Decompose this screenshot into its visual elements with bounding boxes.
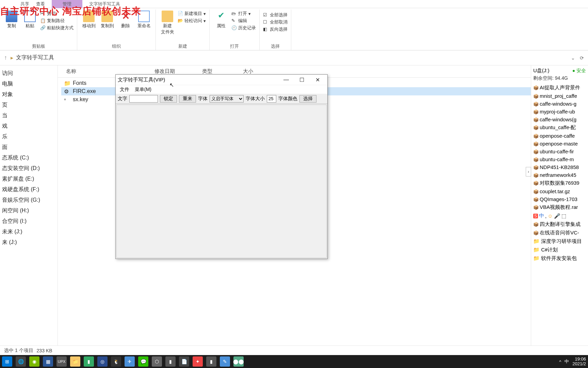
dialog-titlebar[interactable]: 文字转手写工具(VIP) — ☐ ✕ — [116, 75, 327, 85]
wechat-icon[interactable]: 💬 — [138, 356, 148, 367]
app13-icon[interactable]: ⬤⬤ — [233, 356, 244, 367]
status-bar: 选中 1 个项目 233 KB — [0, 346, 588, 355]
start-button[interactable]: ⊞ — [2, 356, 12, 367]
col-name[interactable]: 名称 — [66, 68, 154, 75]
app7-icon[interactable]: ⬡ — [152, 356, 162, 367]
right-item[interactable]: 📁 C#计划 — [533, 246, 586, 254]
nav-item[interactable]: 面 — [1, 142, 58, 153]
up-button[interactable]: ↑ — [4, 54, 7, 61]
lock-button[interactable]: 锁定 — [160, 95, 177, 103]
nav-item[interactable]: 素扩展盘 (E:) — [1, 174, 58, 184]
archive-item[interactable]: VBA视频教程.rar — [533, 203, 586, 212]
watermark-text: 自主研究中心 淘宝店铺软创未来 — [0, 5, 141, 18]
nav-item[interactable]: 音娱乐空间 (G:) — [1, 195, 58, 205]
nav-item[interactable]: 当 — [1, 110, 58, 121]
nav-item[interactable]: 戏 — [1, 121, 58, 132]
refresh-button[interactable]: ⟳ — [580, 55, 584, 61]
redo-button[interactable]: 重来 — [179, 95, 196, 103]
col-type[interactable]: 类型 — [202, 68, 243, 75]
app5-icon[interactable]: ✈ — [125, 356, 135, 367]
archive-item[interactable]: ubuntu-caffe-fir — [533, 148, 586, 155]
newfolder-button[interactable]: 新建 文件夹 — [159, 11, 176, 35]
dialog-toolbar: 文字 锁定 重来 字体 义启手写体 字体大小 字体颜色 选择 — [116, 94, 327, 104]
copypath-button[interactable]: 📋复制路径 — [40, 18, 74, 24]
menu-file[interactable]: 文件 — [120, 87, 129, 93]
paste-shortcut-button[interactable]: 🔗粘贴快捷方式 — [40, 25, 74, 31]
nav-item[interactable]: 电脑 — [1, 79, 58, 89]
maximize-button[interactable]: ☐ — [294, 77, 310, 83]
nav-item[interactable]: 页 — [1, 100, 58, 110]
app9-icon[interactable]: 📄 — [179, 356, 189, 367]
edit-button[interactable]: ✎编辑 — [231, 18, 256, 24]
taskview-icon[interactable]: ▦ — [43, 356, 53, 367]
archive-item[interactable]: netframework45 — [533, 171, 586, 179]
ime-toolbar[interactable]: S中,☺🎤⬚ — [533, 212, 586, 220]
archive-item[interactable]: NDP451-KB2858 — [533, 163, 586, 171]
archive-item[interactable]: ubuntu_caffe-配 — [533, 123, 586, 132]
menu-m[interactable]: 菜单(M) — [135, 87, 151, 93]
text-input[interactable] — [129, 95, 158, 103]
properties-button[interactable]: ✔属性 — [213, 11, 229, 29]
upx-icon[interactable]: UPX — [56, 356, 67, 367]
close-button[interactable]: ✕ — [310, 77, 325, 83]
nav-item[interactable]: 未来 (J:) — [1, 227, 58, 237]
col-size[interactable]: 大小 — [243, 68, 270, 75]
nav-item[interactable]: 闲空间 (H:) — [1, 205, 58, 216]
history-button[interactable]: 🕘历史记录 — [231, 25, 256, 31]
nav-item[interactable]: 合空间 (I:) — [1, 216, 58, 227]
archive-item[interactable]: caffe-windows-g — [533, 100, 586, 108]
nav-item[interactable]: 乐 — [1, 132, 58, 142]
archive-item[interactable]: caffe-windows(g — [533, 116, 586, 123]
archive-item[interactable]: openpose-caffe — [533, 132, 586, 140]
app12-icon[interactable]: ✎ — [220, 356, 230, 367]
address-path[interactable]: ▸ 文字转手写工具 — [11, 54, 568, 61]
archive-item[interactable]: myproj-caffe-ub — [533, 108, 586, 116]
archive-item[interactable]: couplet.tar.gz — [533, 187, 586, 195]
right-item[interactable]: 📁 软件开发安装包 — [533, 254, 586, 263]
archive-item[interactable]: mnist_proj_caffe — [533, 92, 586, 100]
archive-item[interactable]: AI提取人声背景件 — [533, 83, 586, 92]
edge-icon[interactable]: 🌐 — [16, 356, 26, 367]
right-item[interactable]: 在线语音问答VC- — [533, 229, 586, 237]
easyaccess-button[interactable]: 📂轻松访问 ▾ — [178, 18, 206, 24]
app4-icon[interactable]: 🐧 — [111, 356, 121, 367]
explorer-icon[interactable]: 📁 — [70, 356, 80, 367]
ime-indicator[interactable]: 中 — [565, 358, 569, 365]
select-none-button[interactable]: ☐全部取消 — [263, 19, 288, 25]
nav-item[interactable]: 对象 — [1, 89, 58, 100]
app3-icon[interactable]: ◎ — [97, 356, 108, 367]
choose-color-button[interactable]: 选择 — [299, 95, 316, 103]
select-all-button[interactable]: ☑全部选择 — [263, 12, 288, 18]
selectnone-icon: ☐ — [263, 19, 268, 25]
newitem-button[interactable]: 📄新建项目 ▾ — [178, 11, 206, 17]
archive-item[interactable]: 对联数据集76939 — [533, 179, 586, 187]
app10-icon[interactable]: ✦ — [193, 356, 203, 367]
nav-item[interactable]: 来 (J:) — [1, 237, 58, 248]
archive-item[interactable]: ubuntu-caffe-m — [533, 155, 586, 163]
archive-item[interactable]: openpose-maste — [533, 140, 586, 148]
file-name: sx.key — [73, 96, 88, 103]
font-select[interactable]: 义启手写体 — [210, 95, 244, 103]
minimize-button[interactable]: — — [278, 77, 294, 83]
nav-item[interactable]: 访问 — [1, 68, 58, 79]
nav-item[interactable]: 态系统 (C:) — [1, 153, 58, 163]
col-date[interactable]: 修改日期 — [154, 68, 202, 75]
history-dropdown[interactable]: ⌄ — [571, 55, 575, 61]
browser-icon[interactable]: ◉ — [29, 356, 39, 367]
open-button[interactable]: 🗁打开 ▾ — [231, 11, 256, 17]
app8-icon[interactable]: ▮ — [165, 356, 176, 367]
nav-item[interactable]: 戏硬盘系统 (F:) — [1, 184, 58, 195]
select-invert-button[interactable]: ◧反向选择 — [263, 26, 288, 32]
tray-up-icon[interactable]: ^ — [559, 359, 561, 364]
app2-icon[interactable]: ▮ — [84, 356, 94, 367]
selectall-icon: ☑ — [263, 12, 268, 18]
folder-icon: 📁 — [64, 80, 70, 86]
right-item[interactable]: 四大翻译引擎集成 — [533, 220, 586, 229]
archive-item[interactable]: QQImages-1703 — [533, 195, 586, 203]
app11-icon[interactable]: ▮ — [206, 356, 216, 367]
fontsize-input[interactable] — [267, 95, 276, 103]
right-item[interactable]: 📁 深度学习研毕项目 — [533, 237, 586, 246]
nav-item[interactable]: 态安装空间 (D:) — [1, 163, 58, 174]
panel-expand-toggle[interactable]: › — [526, 167, 531, 177]
selectnone-label: 全部取消 — [270, 19, 288, 25]
